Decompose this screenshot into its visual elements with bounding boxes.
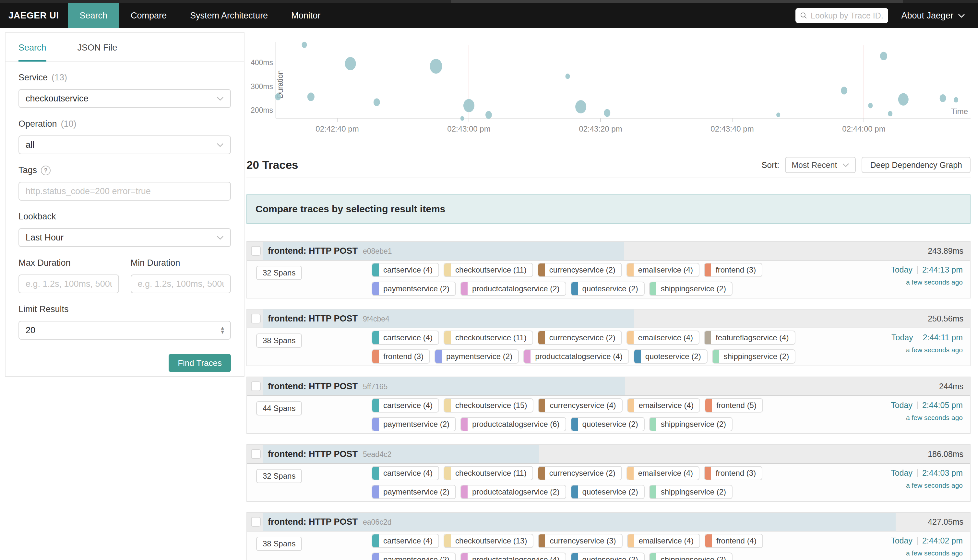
trace-title: frontend: HTTP POST: [268, 314, 358, 324]
service-tag-label: paymentservice (2): [446, 352, 512, 361]
service-tag-chip: frontend (3): [704, 263, 763, 277]
limit-results-input[interactable]: [26, 325, 220, 335]
scatter-point[interactable]: [374, 98, 380, 106]
scatter-point[interactable]: [776, 112, 780, 117]
service-tag-chip: checkoutservice (13): [444, 534, 533, 548]
trace-select-checkbox[interactable]: [251, 246, 261, 256]
trace-select-checkbox[interactable]: [251, 449, 261, 459]
scatter-point[interactable]: [275, 93, 281, 100]
jaeger-logo[interactable]: JAEGER UI: [0, 3, 68, 28]
service-color-strip: [372, 350, 379, 363]
scatter-point[interactable]: [940, 94, 946, 102]
scatter-point[interactable]: [461, 116, 464, 120]
service-tag-label: checkoutservice (15): [455, 401, 527, 410]
service-tag-label: quoteservice (2): [582, 555, 638, 560]
service-color-strip: [372, 534, 379, 547]
service-color-strip: [705, 399, 712, 412]
service-color-strip: [538, 263, 545, 277]
service-tag-chip: cartservice (4): [372, 466, 439, 480]
service-tag-label: cartservice (4): [383, 468, 432, 478]
trace-title-group: frontend: HTTP POST e08ebe1: [268, 246, 392, 256]
scatter-point[interactable]: [880, 52, 887, 60]
scatter-point[interactable]: [604, 109, 610, 117]
service-tag-chip: paymentservice (2): [372, 485, 456, 499]
trace-title-group: frontend: HTTP POST ea06c2d: [268, 517, 391, 527]
service-select[interactable]: checkoutservice: [18, 89, 231, 108]
scatter-point[interactable]: [841, 87, 847, 94]
service-color-strip: [461, 553, 467, 560]
operation-select-value: all: [26, 140, 34, 150]
deep-dependency-graph-button[interactable]: Deep Dependency Graph: [861, 157, 971, 173]
tags-input[interactable]: [26, 186, 224, 197]
service-tag-label: shippingservice (2): [661, 555, 726, 560]
trace-card[interactable]: frontend: HTTP POST e08ebe1 243.89ms 32 …: [247, 241, 971, 298]
nav-tab-search[interactable]: Search: [68, 3, 119, 28]
trace-time-group: Today 2:44:03 pm a few seconds ago: [891, 468, 963, 489]
lookback-select[interactable]: Last Hour: [18, 228, 231, 247]
scatter-point[interactable]: [888, 111, 892, 116]
scatter-point[interactable]: [430, 59, 442, 74]
trace-card-header[interactable]: frontend: HTTP POST e08ebe1 243.89ms: [247, 242, 970, 260]
scatter-point[interactable]: [486, 111, 492, 118]
span-count-chip: 32 Spans: [256, 469, 302, 483]
scatter-point[interactable]: [463, 99, 474, 112]
trace-select-checkbox[interactable]: [251, 314, 261, 323]
service-tag-list: cartservice (4)checkoutservice (11)curre…: [372, 330, 826, 363]
scatter-point[interactable]: [575, 100, 586, 113]
service-color-strip: [650, 553, 656, 560]
service-tag-label: frontend (3): [383, 352, 424, 361]
tab-search[interactable]: Search: [18, 43, 47, 62]
trace-id: 9f4cbe4: [363, 315, 389, 323]
service-tag-label: productcatalogservice (2): [472, 284, 559, 293]
scatter-point[interactable]: [868, 103, 873, 108]
trace-select-checkbox[interactable]: [251, 382, 261, 391]
operation-select[interactable]: all: [18, 135, 231, 154]
service-color-strip: [444, 399, 451, 412]
trace-relative-time: a few seconds ago: [891, 482, 963, 489]
service-color-strip: [372, 485, 379, 498]
trace-date: Today: [891, 333, 913, 342]
trace-card[interactable]: frontend: HTTP POST 9f4cbe4 250.56ms 38 …: [247, 309, 971, 366]
number-stepper[interactable]: ▲▼: [220, 326, 225, 335]
scatter-point[interactable]: [566, 73, 570, 79]
service-color-strip: [538, 331, 545, 344]
max-duration-input[interactable]: [26, 279, 112, 289]
service-tag-chip: currencyservice (4): [538, 398, 622, 413]
service-tag-chip: frontend (5): [704, 398, 763, 413]
trace-card-header[interactable]: frontend: HTTP POST 5ead4c2 186.08ms: [247, 445, 970, 464]
trace-card-header[interactable]: frontend: HTTP POST 5ff7165 244ms: [247, 377, 970, 396]
scatter-point[interactable]: [898, 93, 909, 105]
x-tick-label: 02:43:20 pm: [579, 125, 622, 133]
service-tag-label: emailservice (4): [638, 333, 693, 342]
span-count-chip: 32 Spans: [256, 266, 302, 280]
sort-label: Sort:: [761, 160, 779, 170]
trace-card-header[interactable]: frontend: HTTP POST 9f4cbe4 250.56ms: [247, 310, 970, 328]
trace-card[interactable]: frontend: HTTP POST 5ead4c2 186.08ms 32 …: [247, 444, 971, 502]
trace-card[interactable]: frontend: HTTP POST ea06c2d 427.05ms 38 …: [247, 512, 971, 560]
scatter-point[interactable]: [345, 57, 356, 70]
help-icon[interactable]: ?: [41, 166, 50, 175]
scatter-point[interactable]: [307, 92, 315, 101]
x-tick-label: 02:42:40 pm: [315, 125, 359, 133]
trace-select-checkbox[interactable]: [251, 517, 261, 527]
scatter-point[interactable]: [954, 97, 958, 103]
y-tick-label: 400ms: [251, 58, 273, 67]
min-duration-input[interactable]: [138, 279, 224, 289]
trace-card-header[interactable]: frontend: HTTP POST ea06c2d 427.05ms: [247, 513, 970, 532]
find-traces-button[interactable]: Find Traces: [169, 354, 231, 372]
chevron-down-icon: [217, 97, 224, 101]
trace-title: frontend: HTTP POST: [268, 449, 358, 459]
tab-json-file[interactable]: JSON File: [77, 43, 117, 61]
results-panel: 02:42:40 pm02:43:00 pm02:43:20 pm02:43:4…: [247, 0, 971, 560]
trace-duration: 243.89ms: [928, 246, 963, 256]
trace-title-group: frontend: HTTP POST 9f4cbe4: [268, 314, 389, 324]
trace-card[interactable]: frontend: HTTP POST 5ff7165 244ms 44 Spa…: [247, 377, 971, 434]
service-tag-chip: quoteservice (2): [634, 349, 708, 363]
service-color-strip: [372, 331, 379, 344]
trace-time: 2:44:13 pm: [922, 265, 963, 275]
sort-select[interactable]: Most Recent: [785, 157, 856, 173]
trace-time-group: Today 2:44:05 pm a few seconds ago: [891, 400, 963, 422]
trace-date: Today: [891, 536, 913, 545]
scatter-point[interactable]: [302, 42, 307, 48]
nav-tab-compare[interactable]: Compare: [119, 3, 179, 28]
